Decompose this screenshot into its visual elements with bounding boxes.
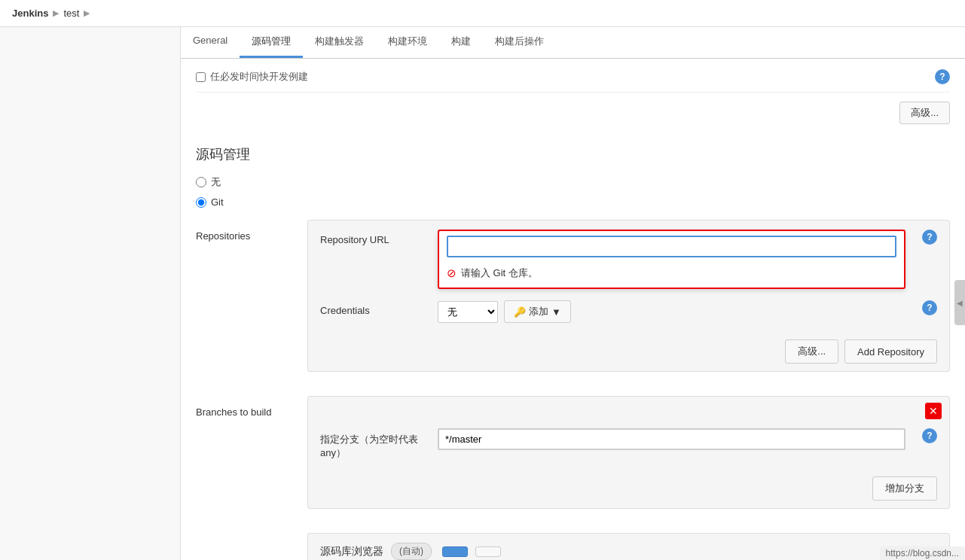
- tab-general[interactable]: General: [181, 27, 240, 58]
- help-icon-credentials[interactable]: ?: [922, 300, 937, 315]
- jenkins-logo[interactable]: Jenkins: [12, 8, 48, 19]
- help-icon-branch[interactable]: ?: [922, 428, 937, 443]
- auto-badge: (自动): [391, 543, 432, 560]
- radio-git[interactable]: Git: [196, 196, 950, 208]
- source-browser-section: 源码库浏览器 (自动): [307, 533, 950, 560]
- radio-git-input[interactable]: [196, 197, 206, 208]
- branches-section: ✕ 指定分支（为空时代表any） ? 增加分支: [307, 396, 950, 509]
- add-branch-button[interactable]: 增加分支: [872, 476, 937, 501]
- tab-post[interactable]: 构建后操作: [483, 27, 556, 58]
- help-icon-repo-url[interactable]: ?: [922, 230, 937, 245]
- repository-url-input[interactable]: [447, 236, 896, 257]
- checkbox-row: 任必发时间快开发例建 ?: [196, 59, 950, 93]
- nav-arrow-2: ▶: [84, 8, 90, 18]
- credentials-label: Credentials: [320, 300, 426, 316]
- radio-none-input[interactable]: [196, 177, 206, 187]
- branches-label: Branches to build: [196, 396, 301, 418]
- source-browser-button2[interactable]: [475, 546, 501, 557]
- credentials-row: Credentials 无 🔑 添加 ▼: [308, 291, 949, 332]
- error-icon: ⊘: [447, 266, 457, 280]
- left-sidebar: [0, 27, 181, 560]
- credentials-control: 无 🔑 添加 ▼: [438, 300, 905, 323]
- checkbox-build[interactable]: [196, 72, 206, 82]
- branch-field-label: 指定分支（为空时代表any）: [320, 428, 426, 460]
- branch-input[interactable]: [438, 428, 905, 450]
- tab-source[interactable]: 源码管理: [240, 27, 303, 58]
- bottom-url-bar: https://blog.csdn...: [880, 546, 965, 560]
- nav-arrow-1: ▶: [53, 8, 59, 18]
- remove-branch-button[interactable]: ✕: [925, 403, 942, 419]
- add-dropdown-arrow: ▼: [551, 306, 561, 318]
- radio-git-label: Git: [211, 196, 224, 208]
- error-message-row: ⊘ 请输入 Git 仓库。: [447, 263, 896, 283]
- source-browser-button[interactable]: [442, 546, 468, 557]
- advanced-repo-button[interactable]: 高级...: [785, 339, 838, 364]
- help-icon-top[interactable]: ?: [935, 69, 950, 84]
- repo-url-label: Repository URL: [320, 230, 426, 245]
- branch-row: 指定分支（为空时代表any） ?: [308, 419, 949, 469]
- credentials-controls: 无 🔑 添加 ▼: [438, 300, 905, 323]
- credentials-select[interactable]: 无: [438, 301, 498, 323]
- advanced-button-top[interactable]: 高级...: [899, 102, 950, 124]
- branch-control: [438, 428, 905, 450]
- source-browser-label: 源码库浏览器: [320, 545, 383, 558]
- repositories-label: Repositories: [196, 220, 301, 242]
- repo-buttons-row: 高级... Add Repository: [308, 332, 949, 371]
- error-text: 请输入 Git 仓库。: [461, 266, 538, 280]
- error-popup: ⊘ 请输入 Git 仓库。: [438, 230, 905, 289]
- advanced-btn-top-container: 高级...: [196, 93, 950, 133]
- checkbox-label: 任必发时间快开发例建: [210, 70, 308, 84]
- handle-icon: ◀: [957, 299, 963, 307]
- branch-buttons-row: 增加分支: [308, 469, 949, 508]
- topbar: Jenkins ▶ test ▶: [0, 0, 965, 27]
- add-button-label: 添加: [529, 305, 548, 318]
- add-repository-button[interactable]: Add Repository: [844, 339, 937, 364]
- add-credential-button[interactable]: 🔑 添加 ▼: [504, 300, 571, 323]
- repo-url-control: ⊘ 请输入 Git 仓库。: [438, 230, 905, 282]
- tab-build[interactable]: 构建: [439, 27, 483, 58]
- radio-none-label: 无: [211, 175, 221, 189]
- breadcrumb-test[interactable]: test: [63, 8, 79, 19]
- section-title: 源码管理: [196, 133, 950, 175]
- tab-triggers[interactable]: 构建触发器: [303, 27, 376, 58]
- radio-group: 无 Git: [196, 175, 950, 220]
- main-content: 任必发时间快开发例建 ? 高级... 源码管理 无 Git Repositori…: [181, 59, 965, 560]
- repository-url-row: Repository URL ⊘ 请输入 Git 仓库。: [308, 221, 949, 291]
- radio-none[interactable]: 无: [196, 175, 950, 189]
- repositories-section: Repository URL ⊘ 请输入 Git 仓库。: [307, 220, 950, 372]
- key-icon: 🔑: [514, 306, 526, 318]
- tab-env[interactable]: 构建环境: [376, 27, 439, 58]
- right-sidebar-handle[interactable]: ◀: [954, 280, 965, 325]
- branch-header: ✕: [308, 397, 949, 419]
